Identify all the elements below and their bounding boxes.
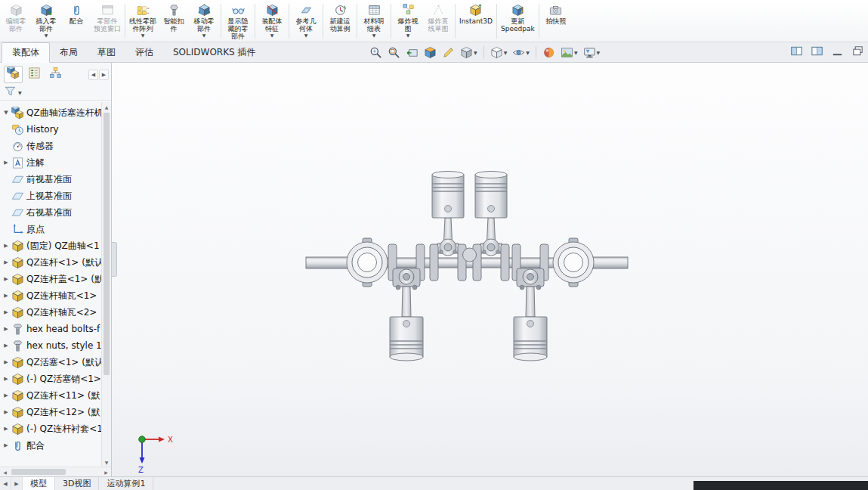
zoom-fit-button[interactable] xyxy=(367,44,385,61)
bill-of-materials-button[interactable]: 材料明 细表▼ xyxy=(359,1,389,42)
model-tab-scroll-left-button[interactable]: ◀ xyxy=(0,477,11,490)
tree-vertical-scrollbar[interactable]: ▲ ▼ xyxy=(101,102,111,467)
show-hidden-components-button[interactable]: 显示隐 藏的零 部件 xyxy=(223,1,253,42)
scroll-up-button[interactable]: ▲ xyxy=(102,102,111,111)
bearing-left[interactable] xyxy=(347,238,388,287)
scroll-left-button[interactable]: ◀ xyxy=(0,467,10,476)
crank-web[interactable] xyxy=(501,244,509,281)
tab-sketch[interactable]: 草图 xyxy=(88,42,125,62)
filter-icon[interactable] xyxy=(4,85,17,101)
graphics-area[interactable]: X Z xyxy=(112,63,868,476)
model-tab-3d-views[interactable]: 3D视图 xyxy=(55,477,99,490)
expand-arrow-icon[interactable]: ▶ xyxy=(2,259,11,265)
tab-assembly[interactable]: 装配体 xyxy=(2,42,50,63)
vertical-scroll-thumb[interactable] xyxy=(103,113,110,375)
tree-item[interactable]: ▶QZ连杆<12> (默 xyxy=(0,404,101,420)
previous-view-button[interactable] xyxy=(403,44,421,61)
tree-item[interactable]: 前视基准面 xyxy=(0,171,101,188)
wrist-pin[interactable] xyxy=(488,206,495,212)
expand-arrow-icon[interactable]: ▶ xyxy=(2,309,11,315)
expand-arrow-icon[interactable]: ▶ xyxy=(2,376,11,382)
tree-item[interactable]: ▶(固定) QZ曲轴<1 xyxy=(0,237,101,254)
tab-layout[interactable]: 布局 xyxy=(50,42,88,62)
panel-splitter-handle[interactable] xyxy=(112,242,117,277)
connecting-rod[interactable] xyxy=(487,218,496,241)
model-tab-model[interactable]: 模型 xyxy=(23,477,55,490)
collapse-pane-left-button[interactable] xyxy=(789,45,804,60)
tree-item[interactable]: ▶注解 xyxy=(0,154,101,171)
tree-item[interactable]: ▼QZ曲轴活塞连杆机构 xyxy=(0,104,101,121)
expand-arrow-icon[interactable]: ▶ xyxy=(2,293,11,299)
hide-show-items-button[interactable]: ▼ xyxy=(510,44,532,61)
wrist-pin[interactable] xyxy=(403,321,410,327)
horizontal-scroll-thumb[interactable] xyxy=(11,469,66,475)
view-settings-button[interactable]: ▼ xyxy=(581,44,603,61)
tree-horizontal-scrollbar[interactable]: ◀ ▶ xyxy=(0,467,111,476)
scroll-down-button[interactable]: ▼ xyxy=(102,457,111,467)
panel-back-button[interactable]: ◀ xyxy=(88,70,98,80)
expand-arrow-icon[interactable]: ▶ xyxy=(2,426,11,432)
new-motion-study-button[interactable]: 新建运 动算例 xyxy=(325,1,355,42)
expand-arrow-icon[interactable]: ▶ xyxy=(2,343,11,349)
mate-button[interactable]: 配合 xyxy=(61,1,91,42)
connecting-rod[interactable] xyxy=(526,287,535,317)
collapse-pane-right-button[interactable] xyxy=(809,45,824,60)
configurationmanager-tab[interactable] xyxy=(46,66,65,83)
model-tab-scroll-right-button[interactable]: ▶ xyxy=(11,477,23,490)
scroll-right-button[interactable]: ▶ xyxy=(101,467,111,476)
expand-arrow-icon[interactable]: ▶ xyxy=(2,392,11,399)
tree-item[interactable]: ▶QZ连杆盖<1> (默 xyxy=(0,271,101,287)
piston-bottom-1[interactable] xyxy=(390,268,423,361)
expand-arrow-icon[interactable]: ▶ xyxy=(2,409,11,415)
apply-scene-button[interactable]: ▼ xyxy=(558,44,580,61)
instant3d-button[interactable]: Instant3D xyxy=(457,1,495,42)
wrist-pin[interactable] xyxy=(527,321,534,327)
tree-item[interactable]: ▶QZ连杆<11> (默 xyxy=(0,387,101,404)
reference-geometry-button[interactable]: 参考几 何体▼ xyxy=(291,1,321,42)
tree-item[interactable]: ▶QZ活塞<1> (默认 xyxy=(0,354,101,371)
update-speedpak-button[interactable]: 更新 Speedpak xyxy=(499,1,537,42)
tree-item[interactable]: ▶(-) QZ活塞销<1> xyxy=(0,371,101,387)
tree-item[interactable]: ▶配合 xyxy=(0,437,101,454)
display-style-button[interactable]: ▼ xyxy=(488,44,510,61)
insert-component-button[interactable]: 插入零 部件▼ xyxy=(31,1,61,42)
panel-forward-button[interactable]: ▶ xyxy=(99,70,109,80)
take-snapshot-button[interactable]: 拍快照 xyxy=(541,1,571,42)
section-view-button[interactable] xyxy=(422,44,439,61)
tab-evaluate[interactable]: 评估 xyxy=(125,42,163,62)
shaft-left-stub[interactable] xyxy=(306,257,349,268)
expand-arrow-icon[interactable]: ▶ xyxy=(2,442,11,448)
center-counterweight[interactable] xyxy=(463,248,477,262)
piston-top-2[interactable] xyxy=(475,172,507,256)
tab-solidworks-addins[interactable]: SOLIDWORKS 插件 xyxy=(163,42,265,62)
tree-item[interactable]: ▶hex head bolts-f xyxy=(0,321,101,337)
move-component-button[interactable]: 移动零 部件▼ xyxy=(189,1,219,42)
featuremanager-tab[interactable] xyxy=(4,66,23,83)
shaft-right-stub[interactable] xyxy=(593,257,628,268)
expand-arrow-icon[interactable]: ▶ xyxy=(2,276,11,282)
tree-item[interactable]: 上视基准面 xyxy=(0,188,101,204)
bearing-right[interactable] xyxy=(553,238,594,287)
tree-item[interactable]: History xyxy=(0,121,101,138)
minimize-button[interactable] xyxy=(829,45,845,60)
model-canvas[interactable]: X Z xyxy=(112,63,868,476)
tree-item[interactable]: ▶(-) QZ连杆衬套<1 xyxy=(0,420,101,437)
dynamic-annotation-button[interactable] xyxy=(440,44,457,61)
exploded-view-button[interactable]: 爆炸视 图▼ xyxy=(393,1,423,42)
zoom-area-button[interactable] xyxy=(385,44,403,61)
edit-appearance-button[interactable] xyxy=(540,44,558,61)
smart-fasteners-button[interactable]: 智能扣 件 xyxy=(159,1,189,42)
tree-item[interactable]: 原点 xyxy=(0,221,101,237)
tree-item[interactable]: ▶hex nuts, style 1- xyxy=(0,337,101,354)
tree-item[interactable]: 传感器 xyxy=(0,138,101,154)
tree-item[interactable]: ▶QZ连杆轴瓦<2> xyxy=(0,304,101,321)
piston-bottom-2[interactable] xyxy=(514,268,547,361)
connecting-rod[interactable] xyxy=(444,218,453,241)
piston-top-1[interactable] xyxy=(432,172,464,256)
model-tab-motion-study-1[interactable]: 运动算例1 xyxy=(99,477,153,490)
tree-item[interactable]: ▶QZ连杆<1> (默认 xyxy=(0,254,101,271)
expand-arrow-icon[interactable]: ▶ xyxy=(2,326,11,332)
expand-arrow-icon[interactable]: ▼ xyxy=(2,110,11,116)
expand-arrow-icon[interactable]: ▶ xyxy=(2,160,11,166)
restore-button[interactable] xyxy=(850,45,865,60)
